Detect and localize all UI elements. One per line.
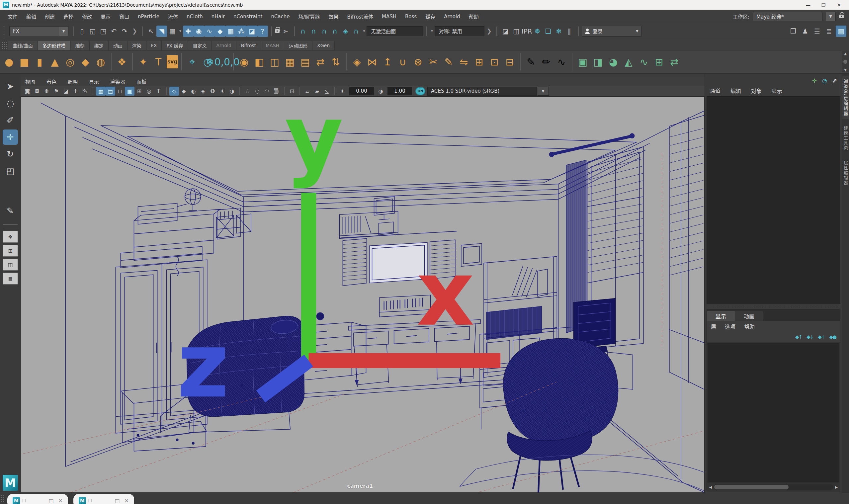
layout-two-pane-button[interactable]: ◫ (3, 259, 18, 271)
menu-item[interactable]: 编辑 (22, 13, 40, 20)
safe-action-toggle[interactable]: ◎ (144, 87, 154, 96)
section-divider[interactable] (73, 26, 74, 36)
lock-selection-icon[interactable] (275, 29, 279, 33)
exposure-icon[interactable]: ✴ (338, 87, 347, 96)
subdivide-button[interactable]: ▤ (298, 53, 312, 70)
undo-button[interactable]: ↶ (109, 25, 119, 37)
snap-to-point-button[interactable]: ∩ (319, 25, 330, 37)
channel-box-menu-item[interactable]: 通道 (710, 87, 721, 95)
flip-v-button[interactable]: ⇅ (329, 53, 343, 70)
expand-section-icon[interactable]: ❯ (485, 28, 493, 35)
chevron-down-icon[interactable]: ▾ (178, 29, 182, 33)
mask-deformations-button[interactable]: ▦ (225, 25, 236, 37)
bridge-button[interactable]: ⋈ (365, 53, 379, 70)
ep-curve-tool-button[interactable]: ✎ (524, 53, 538, 70)
lasso-select-tool[interactable]: ◌ (3, 96, 18, 111)
panel-splitter[interactable] (708, 305, 838, 309)
save-scene-button[interactable]: ◳ (98, 25, 109, 37)
anti-aliasing-toggle[interactable]: ◠ (262, 87, 272, 96)
smooth-shade-toggle[interactable]: ◆ (179, 87, 188, 96)
camera-attributes-button[interactable]: ☸ (42, 87, 52, 96)
outliner-toggle[interactable]: ≣ (824, 25, 834, 37)
menu-item[interactable]: nCache (267, 14, 294, 20)
planar-uv-button[interactable]: ▣ (576, 53, 590, 70)
bookmarks-button[interactable]: ⚑ (52, 87, 61, 96)
layout-outliner-pane-button[interactable]: ≣ (3, 273, 18, 285)
shelf-tab[interactable]: FX 缓存 (162, 41, 188, 50)
select-camera-button[interactable]: ◙ (22, 87, 32, 96)
panel-menu-item[interactable]: 照明 (68, 78, 78, 85)
fog-toggle[interactable]: ▒ (272, 87, 281, 96)
restore-icon[interactable]: ❐ (88, 498, 92, 503)
section-divider[interactable] (426, 26, 427, 36)
channel-box-menu-item[interactable]: 显示 (772, 87, 782, 95)
snap-to-curve-button[interactable]: ∩ (308, 25, 319, 37)
plane-select-button[interactable]: ◺ (322, 87, 332, 96)
smooth-button[interactable]: ▦ (283, 53, 297, 70)
menu-item[interactable]: MASH (378, 14, 401, 20)
channel-box-list[interactable] (707, 96, 841, 304)
gamma-icon[interactable]: ◑ (376, 87, 385, 96)
menu-item[interactable]: 修改 (78, 13, 96, 20)
workspace-select[interactable]: Maya 经典* (753, 12, 823, 21)
panel-menu-item[interactable]: 面板 (137, 78, 146, 85)
ipr-render-button[interactable]: IPR (522, 25, 532, 37)
merge-vertices-button[interactable]: ∪ (396, 53, 410, 70)
select-by-hierarchy-button[interactable]: ↖ (146, 25, 157, 37)
rotate-tool[interactable]: ↻ (3, 146, 18, 162)
resolution-gate-toggle[interactable]: ◻ (115, 87, 125, 96)
wireframe-toggle[interactable]: ◇ (169, 87, 179, 96)
minimize-button[interactable]: — (800, 0, 816, 10)
drag-grip[interactable] (1, 41, 7, 50)
render-setup-button[interactable]: ✻ (554, 25, 564, 37)
minimized-window-button[interactable]: M ❐ □ ✕ (7, 494, 68, 504)
layer-menu-item[interactable]: 层 (711, 322, 716, 330)
select-by-object-button[interactable]: ◥ (157, 25, 167, 37)
mask-misc-button[interactable]: ? (257, 25, 268, 37)
ambient-occlusion-toggle[interactable]: ∴ (243, 87, 252, 96)
shelf-tab[interactable]: 雕刻 (71, 41, 90, 50)
textured-toggle[interactable]: ◐ (188, 87, 198, 96)
move-layer-down-button[interactable]: ◆↓ (807, 334, 813, 340)
separate-button[interactable]: ◧ (252, 53, 266, 70)
maximize-button[interactable]: ❐ (816, 0, 831, 10)
curve-edit-tool-button[interactable]: ✏ (539, 53, 553, 70)
sidebar-vertical-tab[interactable]: 属性编辑器 (842, 157, 849, 189)
shelf-tab[interactable]: Arnold (212, 41, 236, 50)
shelf-tab[interactable]: MASH (261, 41, 284, 50)
add-divisions-button[interactable]: ⊞ (472, 53, 486, 70)
circularize-button[interactable]: ⊛ (411, 53, 425, 70)
poly-cone-button[interactable]: ▲ (48, 53, 62, 70)
snap-to-grid-button[interactable]: ∩ (298, 25, 308, 37)
render-view-button[interactable]: ◪ (500, 25, 511, 37)
chevron-down-icon[interactable]: ▾ (430, 29, 434, 33)
scroll-thumb[interactable] (714, 485, 789, 489)
target-weld-button[interactable]: ⊡ (487, 53, 501, 70)
make-live-button[interactable]: ◈ (340, 25, 351, 37)
motion-blur-toggle[interactable]: ◌ (252, 87, 262, 96)
redo-button[interactable]: ↷ (119, 25, 130, 37)
field-chart-toggle[interactable]: ⊞ (134, 87, 144, 96)
menu-item[interactable]: Bifrost流体 (343, 13, 378, 20)
move-layer-up-button[interactable]: ◆↑ (795, 334, 802, 340)
colorspace-select[interactable]: ACES 1.0 SDR-video (sRGB) (427, 87, 537, 96)
layer-list[interactable] (707, 343, 839, 482)
layer-scrollbar[interactable]: ◀ ▶ (707, 483, 840, 491)
drag-grip[interactable] (2, 24, 7, 38)
section-divider[interactable] (578, 26, 579, 36)
extrude-button[interactable]: ↥ (380, 53, 395, 70)
sidebar-vertical-tab[interactable]: 建模工具包 (842, 123, 849, 154)
bezier-curve-tool-button[interactable]: ∿ (555, 53, 568, 70)
platonic-solid-button[interactable]: ❖ (115, 53, 129, 70)
safe-title-toggle[interactable]: T (154, 87, 163, 96)
pan-zoom-button[interactable]: ✛ (71, 87, 80, 96)
quad-draw-button[interactable]: ✎ (441, 53, 455, 70)
menu-item[interactable]: 文件 (3, 13, 22, 20)
restore-icon[interactable]: ❐ (22, 498, 26, 503)
construction-aim-button[interactable]: ⌖ (185, 53, 199, 70)
login-dropdown[interactable]: 登录 ▼ (582, 26, 642, 37)
last-used-curve-tool[interactable]: ✎ (3, 203, 18, 218)
modeling-toolkit-toggle[interactable]: ❒ (788, 25, 798, 37)
menu-item[interactable]: 缓存 (421, 13, 439, 20)
transfer-attributes-button[interactable]: ⇄ (667, 53, 681, 70)
